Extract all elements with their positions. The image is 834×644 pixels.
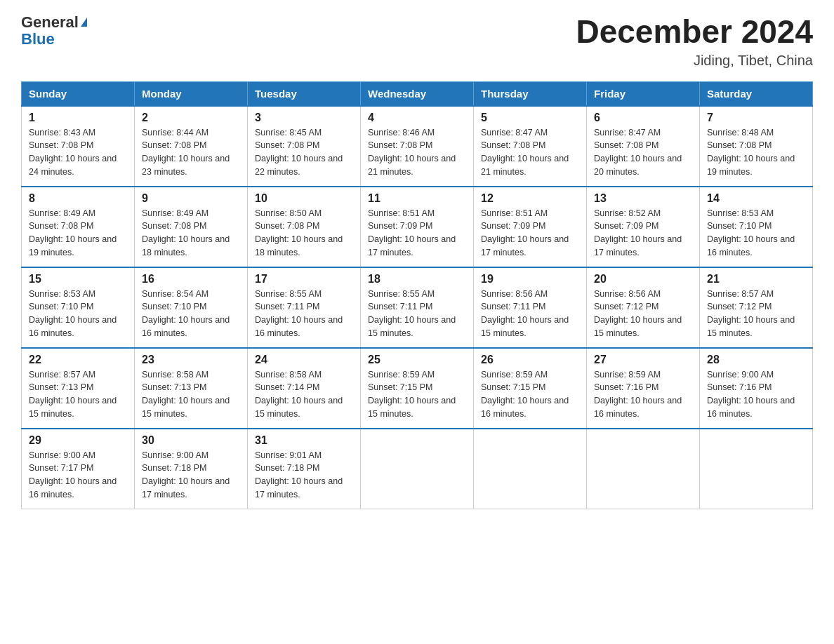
weekday-header-friday: Friday (587, 81, 700, 106)
day-detail: Sunrise: 8:43 AMSunset: 7:08 PMDaylight:… (29, 126, 127, 179)
day-number: 27 (594, 354, 692, 366)
calendar-cell: 19Sunrise: 8:56 AMSunset: 7:11 PMDayligh… (474, 267, 587, 348)
day-number: 10 (255, 192, 353, 205)
day-number: 11 (368, 192, 466, 205)
week-row-2: 8Sunrise: 8:49 AMSunset: 7:08 PMDaylight… (22, 187, 813, 267)
day-detail: Sunrise: 8:45 AMSunset: 7:08 PMDaylight:… (255, 126, 353, 179)
day-detail: Sunrise: 8:48 AMSunset: 7:08 PMDaylight:… (707, 126, 805, 179)
day-detail: Sunrise: 8:53 AMSunset: 7:10 PMDaylight:… (29, 288, 127, 340)
calendar-cell: 22Sunrise: 8:57 AMSunset: 7:13 PMDayligh… (22, 348, 135, 429)
calendar-cell (700, 429, 813, 509)
calendar-cell: 28Sunrise: 9:00 AMSunset: 7:16 PMDayligh… (700, 348, 813, 429)
day-detail: Sunrise: 8:52 AMSunset: 7:09 PMDaylight:… (594, 207, 692, 260)
day-number: 23 (142, 354, 240, 366)
day-number: 14 (707, 192, 805, 205)
weekday-header-thursday: Thursday (474, 81, 587, 106)
calendar-cell: 7Sunrise: 8:48 AMSunset: 7:08 PMDaylight… (700, 106, 813, 187)
calendar-cell: 8Sunrise: 8:49 AMSunset: 7:08 PMDaylight… (22, 187, 135, 267)
day-detail: Sunrise: 8:49 AMSunset: 7:08 PMDaylight:… (29, 207, 127, 260)
day-detail: Sunrise: 8:46 AMSunset: 7:08 PMDaylight:… (368, 126, 466, 179)
day-number: 28 (707, 354, 805, 366)
day-number: 15 (29, 273, 127, 286)
calendar-cell: 18Sunrise: 8:55 AMSunset: 7:11 PMDayligh… (361, 267, 474, 348)
day-number: 8 (29, 192, 127, 205)
day-detail: Sunrise: 8:51 AMSunset: 7:09 PMDaylight:… (481, 207, 579, 260)
calendar-cell: 4Sunrise: 8:46 AMSunset: 7:08 PMDaylight… (361, 106, 474, 187)
day-detail: Sunrise: 9:00 AMSunset: 7:16 PMDaylight:… (707, 368, 805, 421)
calendar-cell: 13Sunrise: 8:52 AMSunset: 7:09 PMDayligh… (587, 187, 700, 267)
day-detail: Sunrise: 8:53 AMSunset: 7:10 PMDaylight:… (707, 207, 805, 260)
day-detail: Sunrise: 8:49 AMSunset: 7:08 PMDaylight:… (142, 207, 240, 260)
day-detail: Sunrise: 8:54 AMSunset: 7:10 PMDaylight:… (142, 288, 240, 340)
day-detail: Sunrise: 9:00 AMSunset: 7:18 PMDaylight:… (142, 449, 240, 502)
title-area: December 2024 Jiding, Tibet, China (576, 14, 813, 69)
calendar-cell: 23Sunrise: 8:58 AMSunset: 7:13 PMDayligh… (135, 348, 248, 429)
calendar-cell (474, 429, 587, 509)
calendar-cell: 17Sunrise: 8:55 AMSunset: 7:11 PMDayligh… (248, 267, 361, 348)
calendar-cell: 2Sunrise: 8:44 AMSunset: 7:08 PMDaylight… (135, 106, 248, 187)
calendar-cell: 27Sunrise: 8:59 AMSunset: 7:16 PMDayligh… (587, 348, 700, 429)
calendar-cell: 24Sunrise: 8:58 AMSunset: 7:14 PMDayligh… (248, 348, 361, 429)
day-number: 20 (594, 273, 692, 286)
logo-general-text: General (21, 14, 79, 31)
day-detail: Sunrise: 8:57 AMSunset: 7:13 PMDaylight:… (29, 368, 127, 421)
day-number: 7 (707, 112, 805, 124)
day-detail: Sunrise: 8:57 AMSunset: 7:12 PMDaylight:… (707, 288, 805, 340)
calendar-cell (361, 429, 474, 509)
day-number: 22 (29, 354, 127, 366)
day-number: 3 (255, 112, 353, 124)
day-detail: Sunrise: 9:01 AMSunset: 7:18 PMDaylight:… (255, 449, 353, 502)
day-number: 31 (255, 434, 353, 447)
location-title: Jiding, Tibet, China (576, 53, 813, 69)
day-number: 26 (481, 354, 579, 366)
day-number: 18 (368, 273, 466, 286)
day-detail: Sunrise: 8:47 AMSunset: 7:08 PMDaylight:… (594, 126, 692, 179)
day-number: 4 (368, 112, 466, 124)
calendar-cell: 15Sunrise: 8:53 AMSunset: 7:10 PMDayligh… (22, 267, 135, 348)
day-number: 12 (481, 192, 579, 205)
week-row-5: 29Sunrise: 9:00 AMSunset: 7:17 PMDayligh… (22, 429, 813, 509)
calendar-cell: 14Sunrise: 8:53 AMSunset: 7:10 PMDayligh… (700, 187, 813, 267)
calendar-table: SundayMondayTuesdayWednesdayThursdayFrid… (21, 81, 813, 509)
calendar-cell: 5Sunrise: 8:47 AMSunset: 7:08 PMDaylight… (474, 106, 587, 187)
day-detail: Sunrise: 8:50 AMSunset: 7:08 PMDaylight:… (255, 207, 353, 260)
day-detail: Sunrise: 8:51 AMSunset: 7:09 PMDaylight:… (368, 207, 466, 260)
calendar-cell: 12Sunrise: 8:51 AMSunset: 7:09 PMDayligh… (474, 187, 587, 267)
day-detail: Sunrise: 8:55 AMSunset: 7:11 PMDaylight:… (255, 288, 353, 340)
day-number: 9 (142, 192, 240, 205)
day-detail: Sunrise: 8:56 AMSunset: 7:12 PMDaylight:… (594, 288, 692, 340)
calendar-cell: 25Sunrise: 8:59 AMSunset: 7:15 PMDayligh… (361, 348, 474, 429)
calendar-cell: 20Sunrise: 8:56 AMSunset: 7:12 PMDayligh… (587, 267, 700, 348)
day-detail: Sunrise: 8:47 AMSunset: 7:08 PMDaylight:… (481, 126, 579, 179)
day-number: 1 (29, 112, 127, 124)
calendar-cell: 11Sunrise: 8:51 AMSunset: 7:09 PMDayligh… (361, 187, 474, 267)
day-number: 16 (142, 273, 240, 286)
day-number: 19 (481, 273, 579, 286)
day-detail: Sunrise: 8:59 AMSunset: 7:15 PMDaylight:… (481, 368, 579, 421)
calendar-cell: 21Sunrise: 8:57 AMSunset: 7:12 PMDayligh… (700, 267, 813, 348)
day-number: 13 (594, 192, 692, 205)
weekday-header-saturday: Saturday (700, 81, 813, 106)
day-detail: Sunrise: 8:55 AMSunset: 7:11 PMDaylight:… (368, 288, 466, 340)
calendar-cell: 16Sunrise: 8:54 AMSunset: 7:10 PMDayligh… (135, 267, 248, 348)
calendar-cell: 29Sunrise: 9:00 AMSunset: 7:17 PMDayligh… (22, 429, 135, 509)
day-detail: Sunrise: 8:56 AMSunset: 7:11 PMDaylight:… (481, 288, 579, 340)
calendar-cell: 10Sunrise: 8:50 AMSunset: 7:08 PMDayligh… (248, 187, 361, 267)
weekday-header-sunday: Sunday (22, 81, 135, 106)
calendar-cell: 31Sunrise: 9:01 AMSunset: 7:18 PMDayligh… (248, 429, 361, 509)
week-row-1: 1Sunrise: 8:43 AMSunset: 7:08 PMDaylight… (22, 106, 813, 187)
logo-blue-text: Blue (21, 30, 55, 48)
calendar-cell: 6Sunrise: 8:47 AMSunset: 7:08 PMDaylight… (587, 106, 700, 187)
logo: General Blue (21, 14, 87, 48)
weekday-header-wednesday: Wednesday (361, 81, 474, 106)
month-title: December 2024 (576, 14, 813, 50)
day-number: 25 (368, 354, 466, 366)
calendar-cell: 3Sunrise: 8:45 AMSunset: 7:08 PMDaylight… (248, 106, 361, 187)
calendar-cell: 1Sunrise: 8:43 AMSunset: 7:08 PMDaylight… (22, 106, 135, 187)
day-detail: Sunrise: 9:00 AMSunset: 7:17 PMDaylight:… (29, 449, 127, 502)
week-row-3: 15Sunrise: 8:53 AMSunset: 7:10 PMDayligh… (22, 267, 813, 348)
day-number: 17 (255, 273, 353, 286)
calendar-cell: 30Sunrise: 9:00 AMSunset: 7:18 PMDayligh… (135, 429, 248, 509)
day-number: 30 (142, 434, 240, 447)
day-number: 29 (29, 434, 127, 447)
